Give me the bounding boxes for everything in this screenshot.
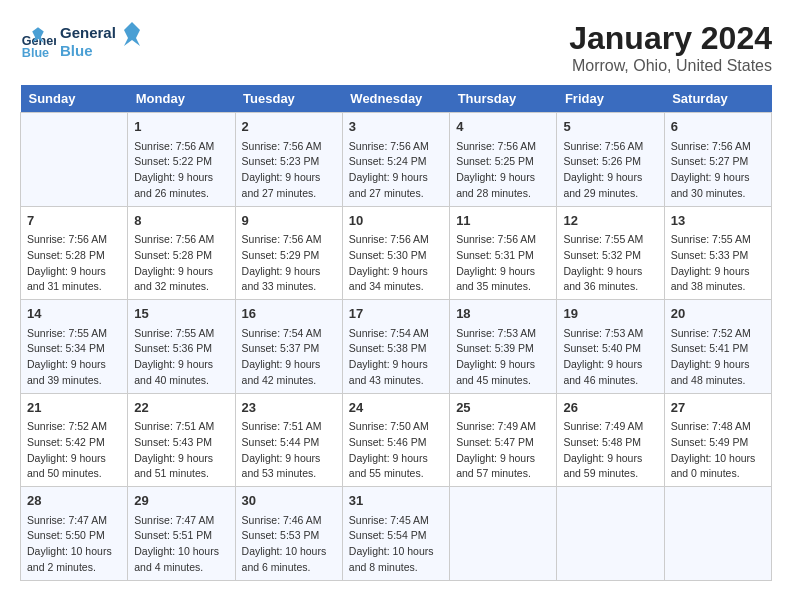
calendar-cell: 12Sunrise: 7:55 AMSunset: 5:32 PMDayligh… [557,206,664,300]
cell-content: Sunrise: 7:53 AMSunset: 5:40 PMDaylight:… [563,326,657,389]
header-tuesday: Tuesday [235,85,342,113]
week-row-5: 28Sunrise: 7:47 AMSunset: 5:50 PMDayligh… [21,487,772,581]
day-number: 13 [671,211,765,231]
cell-content: Sunrise: 7:56 AMSunset: 5:22 PMDaylight:… [134,139,228,202]
day-number: 1 [134,117,228,137]
day-number: 4 [456,117,550,137]
day-number: 23 [242,398,336,418]
cell-content: Sunrise: 7:47 AMSunset: 5:51 PMDaylight:… [134,513,228,576]
day-number: 11 [456,211,550,231]
sub-title: Morrow, Ohio, United States [569,57,772,75]
day-number: 14 [27,304,121,324]
svg-text:Blue: Blue [60,42,93,59]
cell-content: Sunrise: 7:56 AMSunset: 5:31 PMDaylight:… [456,232,550,295]
day-number: 28 [27,491,121,511]
day-number: 27 [671,398,765,418]
day-number: 8 [134,211,228,231]
calendar-cell: 1Sunrise: 7:56 AMSunset: 5:22 PMDaylight… [128,113,235,207]
header-friday: Friday [557,85,664,113]
week-row-3: 14Sunrise: 7:55 AMSunset: 5:34 PMDayligh… [21,300,772,394]
cell-content: Sunrise: 7:54 AMSunset: 5:37 PMDaylight:… [242,326,336,389]
calendar-cell: 3Sunrise: 7:56 AMSunset: 5:24 PMDaylight… [342,113,449,207]
calendar-cell: 15Sunrise: 7:55 AMSunset: 5:36 PMDayligh… [128,300,235,394]
header-thursday: Thursday [450,85,557,113]
logo-icon: General Blue [20,25,56,61]
main-title: January 2024 [569,20,772,57]
day-number: 2 [242,117,336,137]
cell-content: Sunrise: 7:56 AMSunset: 5:24 PMDaylight:… [349,139,443,202]
day-number: 17 [349,304,443,324]
calendar-cell: 21Sunrise: 7:52 AMSunset: 5:42 PMDayligh… [21,393,128,487]
calendar-header-row: SundayMondayTuesdayWednesdayThursdayFrid… [21,85,772,113]
logo-svg: General Blue [60,20,140,62]
day-number: 24 [349,398,443,418]
calendar-cell: 29Sunrise: 7:47 AMSunset: 5:51 PMDayligh… [128,487,235,581]
calendar-cell: 26Sunrise: 7:49 AMSunset: 5:48 PMDayligh… [557,393,664,487]
cell-content: Sunrise: 7:56 AMSunset: 5:27 PMDaylight:… [671,139,765,202]
cell-content: Sunrise: 7:55 AMSunset: 5:32 PMDaylight:… [563,232,657,295]
calendar-cell: 20Sunrise: 7:52 AMSunset: 5:41 PMDayligh… [664,300,771,394]
header-saturday: Saturday [664,85,771,113]
day-number: 25 [456,398,550,418]
cell-content: Sunrise: 7:54 AMSunset: 5:38 PMDaylight:… [349,326,443,389]
cell-content: Sunrise: 7:53 AMSunset: 5:39 PMDaylight:… [456,326,550,389]
day-number: 30 [242,491,336,511]
week-row-1: 1Sunrise: 7:56 AMSunset: 5:22 PMDaylight… [21,113,772,207]
calendar-cell: 18Sunrise: 7:53 AMSunset: 5:39 PMDayligh… [450,300,557,394]
cell-content: Sunrise: 7:52 AMSunset: 5:42 PMDaylight:… [27,419,121,482]
day-number: 9 [242,211,336,231]
week-row-4: 21Sunrise: 7:52 AMSunset: 5:42 PMDayligh… [21,393,772,487]
day-number: 15 [134,304,228,324]
calendar-cell: 30Sunrise: 7:46 AMSunset: 5:53 PMDayligh… [235,487,342,581]
cell-content: Sunrise: 7:45 AMSunset: 5:54 PMDaylight:… [349,513,443,576]
calendar-cell: 22Sunrise: 7:51 AMSunset: 5:43 PMDayligh… [128,393,235,487]
calendar-cell: 16Sunrise: 7:54 AMSunset: 5:37 PMDayligh… [235,300,342,394]
day-number: 26 [563,398,657,418]
calendar-cell: 5Sunrise: 7:56 AMSunset: 5:26 PMDaylight… [557,113,664,207]
calendar-cell: 7Sunrise: 7:56 AMSunset: 5:28 PMDaylight… [21,206,128,300]
calendar-cell: 25Sunrise: 7:49 AMSunset: 5:47 PMDayligh… [450,393,557,487]
day-number: 31 [349,491,443,511]
day-number: 12 [563,211,657,231]
cell-content: Sunrise: 7:56 AMSunset: 5:28 PMDaylight:… [27,232,121,295]
calendar-table: SundayMondayTuesdayWednesdayThursdayFrid… [20,85,772,581]
calendar-cell: 17Sunrise: 7:54 AMSunset: 5:38 PMDayligh… [342,300,449,394]
calendar-cell: 11Sunrise: 7:56 AMSunset: 5:31 PMDayligh… [450,206,557,300]
cell-content: Sunrise: 7:56 AMSunset: 5:28 PMDaylight:… [134,232,228,295]
cell-content: Sunrise: 7:52 AMSunset: 5:41 PMDaylight:… [671,326,765,389]
calendar-cell: 24Sunrise: 7:50 AMSunset: 5:46 PMDayligh… [342,393,449,487]
calendar-cell: 2Sunrise: 7:56 AMSunset: 5:23 PMDaylight… [235,113,342,207]
calendar-cell [21,113,128,207]
day-number: 22 [134,398,228,418]
day-number: 21 [27,398,121,418]
cell-content: Sunrise: 7:56 AMSunset: 5:23 PMDaylight:… [242,139,336,202]
svg-marker-5 [124,22,140,46]
cell-content: Sunrise: 7:55 AMSunset: 5:34 PMDaylight:… [27,326,121,389]
cell-content: Sunrise: 7:51 AMSunset: 5:44 PMDaylight:… [242,419,336,482]
day-number: 7 [27,211,121,231]
calendar-cell: 14Sunrise: 7:55 AMSunset: 5:34 PMDayligh… [21,300,128,394]
day-number: 29 [134,491,228,511]
calendar-cell: 27Sunrise: 7:48 AMSunset: 5:49 PMDayligh… [664,393,771,487]
calendar-cell: 10Sunrise: 7:56 AMSunset: 5:30 PMDayligh… [342,206,449,300]
calendar-cell: 23Sunrise: 7:51 AMSunset: 5:44 PMDayligh… [235,393,342,487]
header-sunday: Sunday [21,85,128,113]
calendar-cell: 19Sunrise: 7:53 AMSunset: 5:40 PMDayligh… [557,300,664,394]
header-monday: Monday [128,85,235,113]
title-block: January 2024 Morrow, Ohio, United States [569,20,772,75]
calendar-cell: 9Sunrise: 7:56 AMSunset: 5:29 PMDaylight… [235,206,342,300]
header-wednesday: Wednesday [342,85,449,113]
cell-content: Sunrise: 7:56 AMSunset: 5:30 PMDaylight:… [349,232,443,295]
calendar-cell: 4Sunrise: 7:56 AMSunset: 5:25 PMDaylight… [450,113,557,207]
day-number: 5 [563,117,657,137]
calendar-cell: 6Sunrise: 7:56 AMSunset: 5:27 PMDaylight… [664,113,771,207]
calendar-cell [664,487,771,581]
calendar-cell: 28Sunrise: 7:47 AMSunset: 5:50 PMDayligh… [21,487,128,581]
day-number: 16 [242,304,336,324]
calendar-cell: 8Sunrise: 7:56 AMSunset: 5:28 PMDaylight… [128,206,235,300]
day-number: 20 [671,304,765,324]
calendar-cell: 31Sunrise: 7:45 AMSunset: 5:54 PMDayligh… [342,487,449,581]
svg-text:General: General [60,24,116,41]
cell-content: Sunrise: 7:48 AMSunset: 5:49 PMDaylight:… [671,419,765,482]
day-number: 18 [456,304,550,324]
